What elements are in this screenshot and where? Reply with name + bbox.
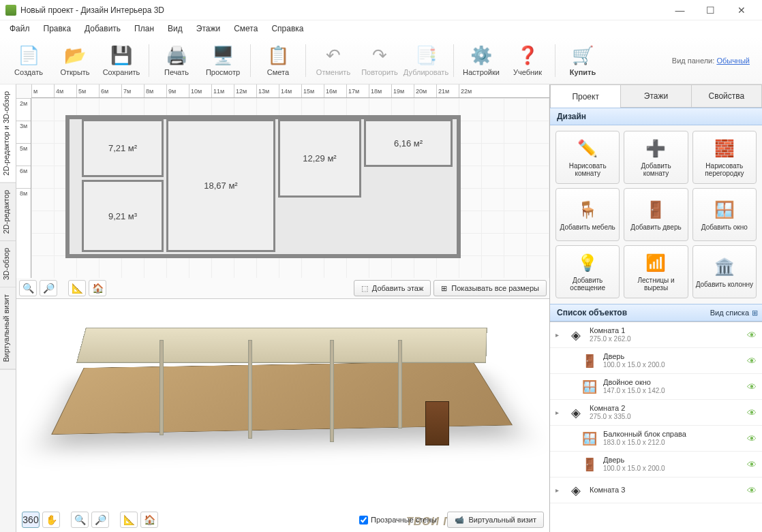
minimize-button[interactable]: — <box>665 1 695 20</box>
redo-icon: ↷ <box>369 44 391 66</box>
print-button[interactable]: 🖨️Печать <box>153 39 200 82</box>
save-button[interactable]: 💾Сохранить <box>98 39 144 82</box>
plan-canvas[interactable]: 7,21 м²18,67 м²12,29 м²6,16 м²9,21 м³ <box>31 98 549 278</box>
list-view-icon[interactable]: ⊞ <box>752 309 758 317</box>
expand-icon[interactable]: ▸ <box>555 409 562 416</box>
panel-mode-label: Вид панели: Обычный <box>672 57 757 65</box>
object-row[interactable]: ▸◈Комната 1275.0 x 262.0👁 <box>550 322 762 348</box>
right-tab-Этажи[interactable]: Этажи <box>621 84 691 108</box>
object-icon: 🚪 <box>581 353 598 369</box>
rotate-360-icon[interactable]: 360 <box>22 512 40 528</box>
zoom-in-3d-icon[interactable]: 🔎 <box>91 512 109 528</box>
save-icon: 💾 <box>110 44 132 66</box>
visibility-icon[interactable]: 👁 <box>747 485 757 496</box>
side-tab-1[interactable]: 2D-редактор <box>0 183 16 241</box>
menu-Файл[interactable]: Файл <box>3 22 37 35</box>
close-button[interactable]: ✕ <box>726 1 757 20</box>
home-icon[interactable]: 🏠 <box>89 280 106 296</box>
visibility-icon[interactable]: 👁 <box>747 330 757 341</box>
design-card[interactable]: 🧱Нарисовать перегородку <box>692 131 757 184</box>
room[interactable]: 12,29 м² <box>278 119 361 198</box>
menu-Смета[interactable]: Смета <box>227 22 264 35</box>
room[interactable]: 9,21 м³ <box>82 180 164 252</box>
buy-button[interactable]: 🛒Купить <box>560 39 606 82</box>
object-row[interactable]: 🪟Балконный блок справа183.0 x 15.0 x 212… <box>550 426 762 452</box>
object-row[interactable]: 🪟Двойное окно147.0 x 15.0 x 142.0👁 <box>550 374 762 400</box>
zoom-out-icon[interactable]: 🔍 <box>19 280 37 296</box>
right-tab-Свойства[interactable]: Свойства <box>692 84 762 108</box>
create-icon: 📄 <box>18 44 40 66</box>
object-row[interactable]: 🚪Дверь100.0 x 15.0 x 200.0👁 <box>550 348 762 374</box>
design-section-header: Дизайн <box>550 108 762 125</box>
design-card[interactable]: 💡Добавить освещение <box>555 245 620 298</box>
menu-Правка[interactable]: Правка <box>37 22 78 35</box>
room[interactable]: 7,21 м² <box>82 119 164 177</box>
menu-Добавить[interactable]: Добавить <box>78 22 127 35</box>
expand-icon[interactable]: ▸ <box>555 486 562 494</box>
design-card[interactable]: 🏛️Добавить колонну <box>692 245 757 298</box>
card-icon: 🚪 <box>645 199 667 221</box>
preview-button[interactable]: 🖥️Просмотр <box>200 39 246 82</box>
side-tab-0[interactable]: 2D-редактор и 3D-обзор <box>0 84 16 183</box>
transparent-walls-checkbox[interactable]: Прозрачные стены <box>359 516 436 525</box>
design-card[interactable]: 🚪Добавить дверь <box>624 188 688 241</box>
home-3d-icon[interactable]: 🏠 <box>140 512 158 528</box>
titlebar: Новый проект - Дизайн Интерьера 3D — ☐ ✕ <box>0 0 762 20</box>
settings-button[interactable]: ⚙️Настройки <box>458 39 504 82</box>
card-icon: 🧱 <box>714 138 735 159</box>
object-icon: 🪟 <box>581 431 598 447</box>
right-tab-Проект[interactable]: Проект <box>550 84 621 108</box>
estimate-button[interactable]: 📋Смета <box>255 39 301 82</box>
object-icon: ◈ <box>568 327 584 343</box>
print-icon: 🖨️ <box>166 44 187 66</box>
design-card[interactable]: 🪟Добавить окно <box>692 188 757 241</box>
menu-Этажи[interactable]: Этажи <box>189 22 227 35</box>
plan-2d[interactable]: м4м5м6м7м8м9м10м11м12м13м14м15м16м17м18м… <box>16 84 549 299</box>
side-tab-2[interactable]: 3D-обзор <box>0 241 16 287</box>
view-3d[interactable]: ТВОИ ПРОГРАММЫ РУ 360 ✋ 🔍 🔎 📐 🏠 Прозрачн… <box>16 299 549 532</box>
object-row[interactable]: ▸◈Комната 3👁 <box>550 478 762 503</box>
zoom-out-3d-icon[interactable]: 🔍 <box>71 512 89 528</box>
expand-icon[interactable]: ▸ <box>555 331 562 339</box>
pan-icon[interactable]: ✋ <box>42 512 60 528</box>
zoom-in-icon[interactable]: 🔎 <box>40 280 57 296</box>
visibility-icon[interactable]: 👁 <box>747 459 757 470</box>
room[interactable]: 6,16 м² <box>364 119 453 167</box>
dimensions-icon: ⊞ <box>441 284 447 293</box>
menubar: ФайлПравкаДобавитьПланВидЭтажиСметаСправ… <box>0 20 762 37</box>
panel-mode-link[interactable]: Обычный <box>716 57 750 65</box>
design-card[interactable]: 📶Лестницы и вырезы <box>624 245 688 298</box>
object-icon: ◈ <box>568 405 584 421</box>
visibility-icon[interactable]: 👁 <box>747 433 757 444</box>
side-tabs: 2D-редактор и 3D-обзор2D-редактор3D-обзо… <box>0 84 16 532</box>
undo-icon: ↶ <box>322 44 344 66</box>
side-tab-3[interactable]: Виртуальный визит <box>0 287 16 370</box>
measure-3d-icon[interactable]: 📐 <box>120 512 138 528</box>
design-card[interactable]: 🪑Добавить мебель <box>555 188 620 241</box>
visibility-icon[interactable]: 👁 <box>747 381 757 392</box>
object-row[interactable]: 🚪Дверь100.0 x 15.0 x 200.0👁 <box>550 452 762 478</box>
view3d-tools: 360 ✋ 🔍 🔎 📐 🏠 Прозрачные стены 📹 Виртуал… <box>22 510 544 529</box>
design-card[interactable]: ✏️Нарисовать комнату <box>555 131 620 184</box>
object-row[interactable]: ▸◈Комната 2275.0 x 335.0👁 <box>550 400 762 426</box>
duplicate-button: 📑Дублировать <box>403 39 449 82</box>
visibility-icon[interactable]: 👁 <box>747 407 757 418</box>
object-list[interactable]: ▸◈Комната 1275.0 x 262.0👁🚪Дверь100.0 x 1… <box>550 322 762 532</box>
add-floor-button[interactable]: ⬚ Добавить этаж <box>354 280 431 296</box>
floorplan[interactable]: 7,21 м²18,67 м²12,29 м²6,16 м²9,21 м³ <box>65 115 461 258</box>
menu-Вид[interactable]: Вид <box>161 22 189 35</box>
design-card[interactable]: ➕Добавить комнату <box>624 131 688 184</box>
menu-План[interactable]: План <box>127 22 161 35</box>
room[interactable]: 18,67 м² <box>166 119 275 252</box>
help-button[interactable]: ❓Учебник <box>504 39 551 82</box>
maximize-button[interactable]: ☐ <box>695 1 726 20</box>
create-button[interactable]: 📄Создать <box>5 39 52 82</box>
virtual-visit-button[interactable]: 📹 Виртуальный визит <box>447 512 544 528</box>
measure-icon[interactable]: 📐 <box>68 280 86 296</box>
visibility-icon[interactable]: 👁 <box>747 356 757 366</box>
object-icon: 🪟 <box>581 379 598 395</box>
open-button[interactable]: 📂Открыть <box>52 39 98 82</box>
menu-Справка[interactable]: Справка <box>264 22 310 35</box>
layers-icon: ⬚ <box>361 284 368 293</box>
show-dimensions-button[interactable]: ⊞ Показывать все размеры <box>433 280 547 296</box>
